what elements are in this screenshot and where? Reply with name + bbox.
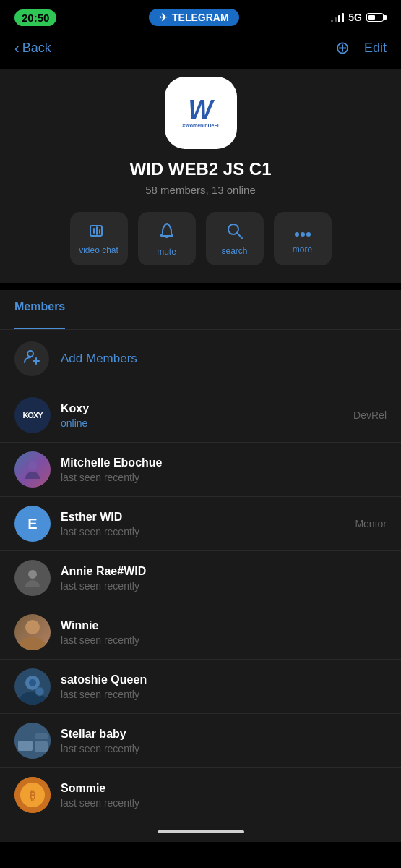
add-members-label: Add Members [61,352,137,366]
back-button[interactable]: ‹ Back [14,40,51,56]
group-avatar: W #WomeninDeFi [165,77,237,149]
member-info: Annie Rae#WID last seen recently [61,565,376,592]
svg-point-7 [301,232,305,237]
list-item[interactable]: Mitchelle Ebochue last seen recently [0,442,401,496]
svg-rect-20 [35,733,48,739]
profile-section: W #WomeninDeFi WID WEB2 JS C1 58 members… [0,69,401,283]
member-name: Esther WID [61,511,345,524]
svg-rect-1 [93,228,95,234]
list-item[interactable]: ₿ Sommie last seen recently [0,767,401,822]
status-bar: 20:50 ✈ TELEGRAM 5G [0,0,401,32]
logo-text: #WomeninDeFi [182,123,218,129]
battery-icon [366,13,387,22]
edit-button[interactable]: Edit [364,41,387,56]
list-item[interactable]: Stellar baby last seen recently [0,713,401,767]
group-name: WID WEB2 JS C1 [129,159,271,179]
member-status: last seen recently [61,743,376,754]
svg-rect-2 [96,226,98,235]
member-info: Esther WID last seen recently [61,511,345,537]
member-name: Annie Rae#WID [61,565,376,578]
action-buttons: video chat mute search [63,212,339,265]
more-label: more [293,244,312,255]
svg-point-12 [28,461,37,470]
svg-text:₿: ₿ [30,789,35,801]
add-person-icon [23,348,40,370]
mute-label: mute [157,247,176,257]
list-item[interactable]: Winnie last seen recently [0,605,401,659]
search-icon [227,223,243,242]
member-role: DevRel [353,409,387,421]
mute-button[interactable]: mute [138,212,196,265]
avatar: E [14,506,51,542]
search-button[interactable]: search [206,212,264,265]
avatar [14,614,51,650]
group-meta: 58 members, 13 online [145,184,256,196]
members-tab[interactable]: Members [14,300,65,320]
telegram-plane-icon: ✈ [159,12,168,23]
list-item[interactable]: satoshie Queen last seen recently [0,659,401,713]
svg-rect-3 [99,229,100,234]
signal-icon [331,13,344,22]
avatar [14,451,51,488]
list-item[interactable]: KOXY Koxy online DevRel [0,388,401,442]
list-item[interactable]: E Esther WID last seen recently Mentor [0,496,401,550]
nav-right-actions: ⊕ Edit [335,38,387,58]
avatar: ₿ [14,777,51,813]
avatar: KOXY [14,397,51,433]
bell-icon [159,222,175,242]
member-name: Mitchelle Ebochue [61,456,376,469]
member-info: Koxy online [61,402,343,429]
member-info: satoshie Queen last seen recently [61,673,376,700]
back-label: Back [22,41,51,56]
chevron-left-icon: ‹ [14,40,20,56]
video-chat-icon [90,224,108,241]
add-contact-icon[interactable]: ⊕ [335,38,350,58]
video-chat-label: video chat [79,245,118,255]
network-label: 5G [348,12,362,23]
status-app: ✈ TELEGRAM [149,9,239,26]
members-section: Members Add Members KOXY Koxy online [0,290,401,822]
member-status: last seen recently [61,580,376,592]
svg-point-8 [306,232,311,237]
member-status: last seen recently [61,634,376,646]
video-chat-button[interactable]: video chat [70,212,128,265]
member-info: Winnie last seen recently [61,619,376,646]
member-info: Mitchelle Ebochue last seen recently [61,456,376,483]
member-info: Stellar baby last seen recently [61,728,376,754]
member-status: last seen recently [61,797,376,809]
add-members-row[interactable]: Add Members [0,330,401,388]
member-status: online [61,417,343,429]
scroll-bar [158,830,244,833]
scroll-indicator [0,822,401,842]
svg-point-13 [28,570,37,579]
status-right: 5G [331,12,387,23]
svg-point-17 [35,687,44,696]
member-info: Sommie last seen recently [61,782,376,809]
svg-point-6 [295,232,299,237]
status-time: 20:50 [14,9,56,26]
member-status: last seen recently [61,526,345,537]
nav-bar: ‹ Back ⊕ Edit [0,32,401,69]
member-status: last seen recently [61,689,376,700]
svg-line-5 [237,233,242,238]
more-dots-icon [294,224,311,240]
svg-rect-19 [18,741,33,751]
avatar [14,560,51,596]
member-name: satoshie Queen [61,673,376,686]
member-name: Koxy [61,402,343,415]
member-name: Winnie [61,619,376,632]
svg-rect-21 [35,741,48,752]
member-status: last seen recently [61,472,376,483]
svg-point-9 [27,351,33,357]
svg-point-14 [25,620,40,634]
logo-letter: W [189,97,213,123]
list-item[interactable]: Annie Rae#WID last seen recently [0,550,401,605]
svg-point-16 [29,679,36,686]
member-name: Stellar baby [61,728,376,741]
avatar [14,668,51,705]
add-members-icon-container [14,341,49,376]
member-name: Sommie [61,782,376,795]
member-role: Mentor [355,518,387,529]
more-button[interactable]: more [274,212,332,265]
avatar [14,723,51,759]
